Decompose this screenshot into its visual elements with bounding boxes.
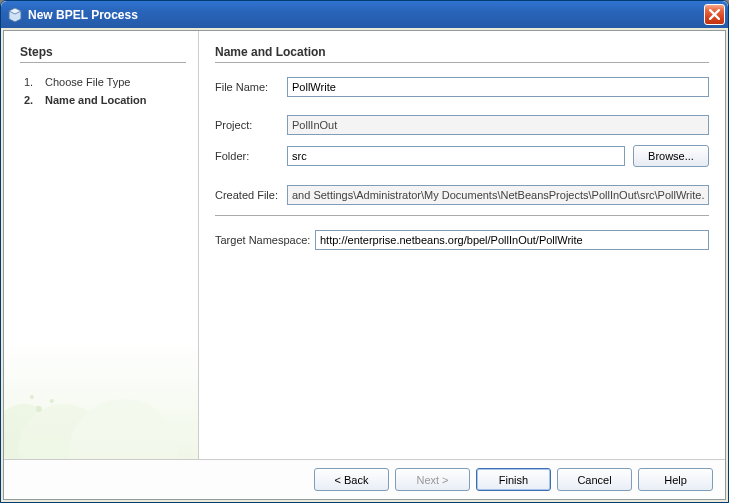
sidebar-decoration [4,339,198,459]
step-name-and-location: 2. Name and Location [20,91,186,109]
project-field [287,115,709,135]
namespace-input[interactable] [315,230,709,250]
back-button[interactable]: < Back [314,468,389,491]
steps-sidebar: Steps 1. Choose File Type 2. Name and Lo… [4,31,199,459]
created-file-label: Created File: [215,189,287,201]
window-title: New BPEL Process [28,8,704,22]
browse-button[interactable]: Browse... [633,145,709,167]
folder-label: Folder: [215,150,287,162]
app-icon [7,7,23,23]
next-button: Next > [395,468,470,491]
namespace-label: Target Namespace: [215,234,315,246]
wizard-window: New BPEL Process Steps 1. Choose File Ty… [0,0,729,503]
close-button[interactable] [704,4,725,25]
svg-point-3 [19,404,109,459]
finish-button[interactable]: Finish [476,468,551,491]
file-name-label: File Name: [215,81,287,93]
steps-heading: Steps [20,45,186,59]
content-area: Steps 1. Choose File Type 2. Name and Lo… [3,30,726,500]
svg-point-6 [30,395,34,399]
steps-list: 1. Choose File Type 2. Name and Location [20,73,186,109]
svg-point-5 [36,406,42,412]
button-bar: < Back Next > Finish Cancel Help [4,459,725,499]
file-name-input[interactable] [287,77,709,97]
form-panel: Name and Location File Name: Project: Fo… [199,31,725,459]
help-button[interactable]: Help [638,468,713,491]
svg-point-7 [50,399,54,403]
titlebar[interactable]: New BPEL Process [1,1,728,28]
form-heading: Name and Location [215,45,709,59]
folder-input[interactable] [287,146,625,166]
svg-point-4 [69,399,178,459]
project-label: Project: [215,119,287,131]
created-file-field [287,185,709,205]
close-icon [709,9,720,20]
step-choose-file-type: 1. Choose File Type [20,73,186,91]
cancel-button[interactable]: Cancel [557,468,632,491]
svg-point-2 [4,404,54,459]
